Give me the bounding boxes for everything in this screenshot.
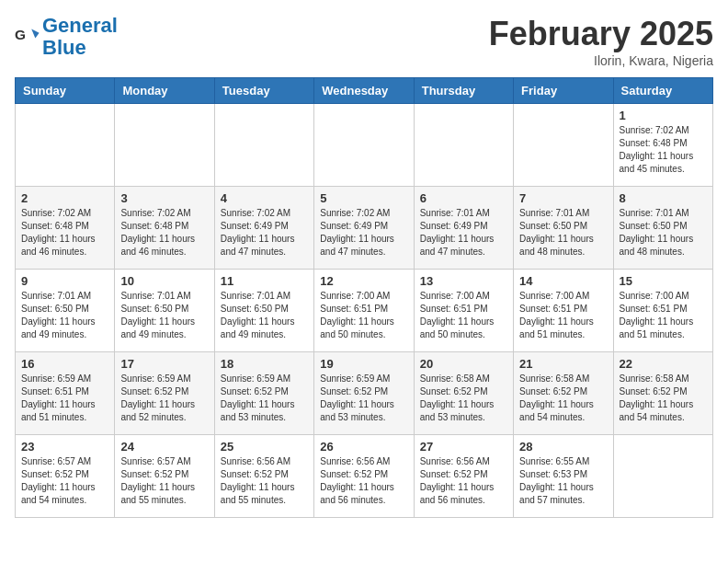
day-info: Sunrise: 7:01 AM Sunset: 6:50 PM Dayligh…	[21, 290, 108, 341]
calendar-cell: 20Sunrise: 6:58 AM Sunset: 6:52 PM Dayli…	[414, 352, 513, 435]
day-number: 6	[420, 191, 507, 205]
calendar-cell: 21Sunrise: 6:58 AM Sunset: 6:52 PM Dayli…	[514, 352, 613, 435]
day-info: Sunrise: 6:58 AM Sunset: 6:52 PM Dayligh…	[420, 373, 507, 424]
calendar-cell: 25Sunrise: 6:56 AM Sunset: 6:52 PM Dayli…	[214, 435, 313, 518]
day-info: Sunrise: 7:00 AM Sunset: 6:51 PM Dayligh…	[420, 290, 507, 341]
location: Ilorin, Kwara, Nigeria	[489, 53, 713, 68]
calendar-cell: 9Sunrise: 7:01 AM Sunset: 6:50 PM Daylig…	[16, 270, 115, 352]
calendar-cell	[514, 104, 613, 187]
calendar-cell: 6Sunrise: 7:01 AM Sunset: 6:49 PM Daylig…	[414, 187, 513, 270]
calendar-week-row: 1Sunrise: 7:02 AM Sunset: 6:48 PM Daylig…	[16, 104, 713, 187]
calendar-cell: 15Sunrise: 7:00 AM Sunset: 6:51 PM Dayli…	[613, 270, 712, 352]
title-block: February 2025 Ilorin, Kwara, Nigeria	[489, 15, 713, 68]
weekday-header-tuesday: Tuesday	[214, 78, 313, 104]
month-title: February 2025	[489, 15, 713, 53]
logo: G General Blue	[15, 15, 118, 59]
page-header: G General Blue February 2025 Ilorin, Kwa…	[15, 15, 713, 68]
calendar-cell: 12Sunrise: 7:00 AM Sunset: 6:51 PM Dayli…	[314, 270, 414, 352]
day-number: 23	[21, 440, 108, 454]
calendar-cell	[214, 104, 313, 187]
day-number: 20	[420, 357, 507, 371]
calendar-cell: 14Sunrise: 7:00 AM Sunset: 6:51 PM Dayli…	[514, 270, 613, 352]
day-info: Sunrise: 7:02 AM Sunset: 6:48 PM Dayligh…	[620, 124, 707, 176]
day-number: 7	[519, 191, 607, 205]
day-info: Sunrise: 6:55 AM Sunset: 6:53 PM Dayligh…	[519, 455, 607, 507]
day-info: Sunrise: 7:00 AM Sunset: 6:51 PM Dayligh…	[519, 290, 607, 341]
calendar-cell: 24Sunrise: 6:57 AM Sunset: 6:52 PM Dayli…	[115, 435, 214, 518]
calendar-cell: 27Sunrise: 6:56 AM Sunset: 6:52 PM Dayli…	[414, 435, 513, 518]
day-info: Sunrise: 6:59 AM Sunset: 6:52 PM Dayligh…	[221, 373, 308, 424]
calendar-cell	[613, 435, 712, 518]
calendar-cell: 1Sunrise: 7:02 AM Sunset: 6:48 PM Daylig…	[613, 104, 712, 187]
calendar-week-row: 2Sunrise: 7:02 AM Sunset: 6:48 PM Daylig…	[16, 187, 713, 270]
weekday-header-row: SundayMondayTuesdayWednesdayThursdayFrid…	[16, 78, 713, 104]
calendar-cell: 7Sunrise: 7:01 AM Sunset: 6:50 PM Daylig…	[514, 187, 613, 270]
calendar-cell	[414, 104, 513, 187]
weekday-header-thursday: Thursday	[414, 78, 513, 104]
day-info: Sunrise: 7:02 AM Sunset: 6:49 PM Dayligh…	[320, 207, 407, 259]
calendar-cell	[16, 104, 115, 187]
calendar-cell: 22Sunrise: 6:58 AM Sunset: 6:52 PM Dayli…	[613, 352, 712, 435]
calendar-cell: 17Sunrise: 6:59 AM Sunset: 6:52 PM Dayli…	[115, 352, 214, 435]
day-number: 27	[420, 440, 507, 454]
calendar-cell: 8Sunrise: 7:01 AM Sunset: 6:50 PM Daylig…	[613, 187, 712, 270]
calendar-cell: 28Sunrise: 6:55 AM Sunset: 6:53 PM Dayli…	[514, 435, 613, 518]
day-info: Sunrise: 7:01 AM Sunset: 6:50 PM Dayligh…	[120, 290, 208, 341]
logo-icon: G	[15, 24, 40, 50]
day-info: Sunrise: 7:00 AM Sunset: 6:51 PM Dayligh…	[320, 290, 407, 341]
day-info: Sunrise: 7:01 AM Sunset: 6:50 PM Dayligh…	[221, 290, 308, 341]
svg-text:G: G	[15, 27, 26, 42]
day-number: 19	[320, 357, 407, 371]
weekday-header-friday: Friday	[514, 78, 613, 104]
day-info: Sunrise: 6:56 AM Sunset: 6:52 PM Dayligh…	[320, 455, 407, 507]
day-number: 9	[21, 274, 108, 288]
day-number: 26	[320, 440, 407, 454]
day-info: Sunrise: 7:01 AM Sunset: 6:49 PM Dayligh…	[420, 207, 507, 259]
day-number: 11	[221, 274, 308, 288]
day-number: 2	[21, 191, 108, 205]
day-number: 24	[120, 440, 208, 454]
day-number: 22	[620, 357, 707, 371]
calendar-cell: 18Sunrise: 6:59 AM Sunset: 6:52 PM Dayli…	[214, 352, 313, 435]
calendar-cell: 4Sunrise: 7:02 AM Sunset: 6:49 PM Daylig…	[214, 187, 313, 270]
day-number: 4	[221, 191, 308, 205]
day-info: Sunrise: 6:57 AM Sunset: 6:52 PM Dayligh…	[120, 455, 208, 507]
day-info: Sunrise: 6:57 AM Sunset: 6:52 PM Dayligh…	[21, 455, 108, 507]
day-info: Sunrise: 6:56 AM Sunset: 6:52 PM Dayligh…	[420, 455, 507, 507]
weekday-header-wednesday: Wednesday	[314, 78, 414, 104]
day-info: Sunrise: 6:59 AM Sunset: 6:52 PM Dayligh…	[320, 373, 407, 424]
calendar-cell: 3Sunrise: 7:02 AM Sunset: 6:48 PM Daylig…	[115, 187, 214, 270]
day-number: 18	[221, 357, 308, 371]
day-info: Sunrise: 6:58 AM Sunset: 6:52 PM Dayligh…	[620, 373, 707, 424]
day-number: 25	[221, 440, 308, 454]
logo-text: General Blue	[42, 15, 118, 59]
day-info: Sunrise: 6:56 AM Sunset: 6:52 PM Dayligh…	[221, 455, 308, 507]
day-number: 17	[120, 357, 208, 371]
weekday-header-monday: Monday	[115, 78, 214, 104]
day-number: 21	[519, 357, 607, 371]
calendar-cell: 11Sunrise: 7:01 AM Sunset: 6:50 PM Dayli…	[214, 270, 313, 352]
day-info: Sunrise: 7:01 AM Sunset: 6:50 PM Dayligh…	[620, 207, 707, 259]
calendar-week-row: 23Sunrise: 6:57 AM Sunset: 6:52 PM Dayli…	[16, 435, 713, 518]
day-info: Sunrise: 6:59 AM Sunset: 6:51 PM Dayligh…	[21, 373, 108, 424]
day-info: Sunrise: 7:00 AM Sunset: 6:51 PM Dayligh…	[620, 290, 707, 341]
calendar-cell	[314, 104, 414, 187]
day-number: 12	[320, 274, 407, 288]
calendar-cell: 10Sunrise: 7:01 AM Sunset: 6:50 PM Dayli…	[115, 270, 214, 352]
day-info: Sunrise: 7:01 AM Sunset: 6:50 PM Dayligh…	[519, 207, 607, 259]
day-number: 14	[519, 274, 607, 288]
calendar-cell: 2Sunrise: 7:02 AM Sunset: 6:48 PM Daylig…	[16, 187, 115, 270]
calendar-cell: 26Sunrise: 6:56 AM Sunset: 6:52 PM Dayli…	[314, 435, 414, 518]
day-info: Sunrise: 7:02 AM Sunset: 6:48 PM Dayligh…	[120, 207, 208, 259]
day-number: 15	[620, 274, 707, 288]
svg-marker-1	[31, 29, 39, 39]
day-number: 16	[21, 357, 108, 371]
calendar-cell: 16Sunrise: 6:59 AM Sunset: 6:51 PM Dayli…	[16, 352, 115, 435]
day-number: 10	[120, 274, 208, 288]
calendar-week-row: 9Sunrise: 7:01 AM Sunset: 6:50 PM Daylig…	[16, 270, 713, 352]
day-number: 8	[620, 191, 707, 205]
calendar-week-row: 16Sunrise: 6:59 AM Sunset: 6:51 PM Dayli…	[16, 352, 713, 435]
day-number: 28	[519, 440, 607, 454]
calendar-cell: 19Sunrise: 6:59 AM Sunset: 6:52 PM Dayli…	[314, 352, 414, 435]
calendar-table: SundayMondayTuesdayWednesdayThursdayFrid…	[15, 77, 713, 518]
